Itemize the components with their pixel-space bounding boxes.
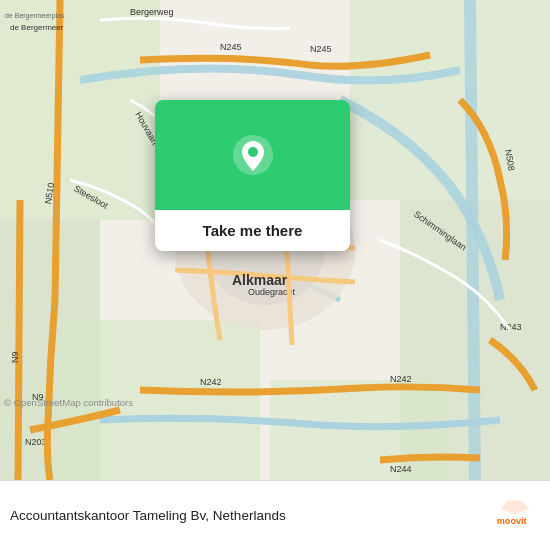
business-name: Accountantskantoor Tameling Bv, Netherla… [10, 508, 286, 523]
svg-text:de Bergermeer: de Bergermeer [10, 23, 64, 32]
popup-header [155, 100, 350, 210]
svg-text:N245: N245 [310, 44, 332, 54]
svg-line-9 [55, 0, 60, 300]
svg-text:N242: N242 [200, 377, 222, 387]
moovit-icon: moovit [494, 495, 536, 537]
svg-text:N203: N203 [25, 437, 47, 447]
take-me-there-button[interactable]: Take me there [155, 210, 350, 251]
svg-line-11 [18, 200, 20, 480]
svg-text:Bergerweg: Bergerweg [130, 7, 174, 17]
svg-text:N245: N245 [220, 42, 242, 52]
svg-text:N9: N9 [10, 351, 20, 363]
map-container[interactable]: N510 N9 N245 N245 N242 N242 N203 N508 N2… [0, 0, 550, 480]
svg-text:N243: N243 [500, 322, 522, 332]
svg-text:moovit: moovit [497, 516, 527, 526]
svg-point-31 [248, 147, 258, 157]
location-pin-icon [231, 133, 275, 177]
bottom-bar: Accountantskantoor Tameling Bv, Netherla… [0, 480, 550, 550]
svg-text:N242: N242 [390, 374, 412, 384]
svg-text:Alkmaar: Alkmaar [232, 272, 288, 288]
svg-rect-3 [350, 0, 550, 200]
moovit-logo[interactable]: moovit [494, 495, 536, 537]
svg-text:de Bergermeerplas: de Bergermeerplas [5, 12, 65, 20]
svg-text:N244: N244 [390, 464, 412, 474]
popup-card[interactable]: Take me there [155, 100, 350, 251]
osm-attribution: © OpenStreetMap contributors [4, 397, 133, 408]
business-info: Accountantskantoor Tameling Bv, Netherla… [10, 508, 286, 523]
